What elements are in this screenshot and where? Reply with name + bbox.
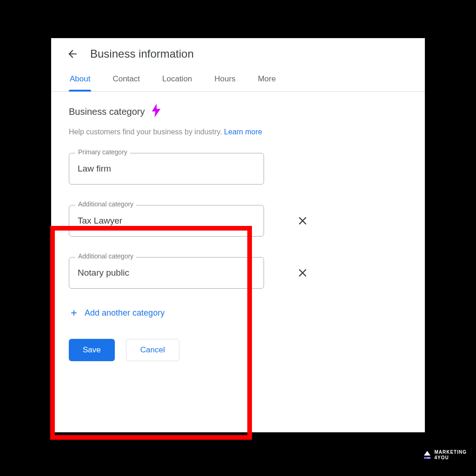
action-buttons: Save Cancel bbox=[69, 339, 407, 361]
tab-about[interactable]: About bbox=[69, 68, 91, 91]
additional-category-label-2: Additional category bbox=[75, 252, 136, 260]
additional-category-label-1: Additional category bbox=[75, 200, 136, 208]
tab-more[interactable]: More bbox=[257, 68, 277, 91]
watermark-line2: 4YOU bbox=[434, 455, 467, 461]
tab-hours[interactable]: Hours bbox=[213, 68, 236, 91]
additional-category-input-1[interactable] bbox=[69, 205, 264, 237]
business-info-panel: Business information About Contact Locat… bbox=[51, 38, 425, 432]
panel-header: Business information bbox=[51, 38, 425, 68]
tab-bar: About Contact Location Hours More bbox=[51, 68, 425, 92]
content-area: Business category Help customers find yo… bbox=[51, 92, 425, 361]
save-button[interactable]: Save bbox=[69, 339, 115, 361]
primary-category-label: Primary category bbox=[75, 148, 130, 156]
help-text-body: Help customers find your business by ind… bbox=[69, 128, 224, 136]
page-title: Business information bbox=[90, 47, 194, 60]
remove-category-icon-1[interactable] bbox=[296, 214, 310, 228]
watermark-logo-icon bbox=[424, 451, 430, 459]
additional-category-row-2: Additional category bbox=[69, 257, 407, 289]
primary-category-field: Primary category bbox=[69, 153, 264, 185]
tab-location[interactable]: Location bbox=[161, 68, 193, 91]
add-another-label: Add another category bbox=[85, 308, 165, 318]
primary-category-input[interactable] bbox=[69, 153, 264, 185]
cancel-button[interactable]: Cancel bbox=[126, 339, 179, 361]
back-arrow-icon[interactable] bbox=[66, 47, 79, 60]
help-text: Help customers find your business by ind… bbox=[69, 128, 407, 136]
tab-contact[interactable]: Contact bbox=[112, 68, 141, 91]
add-another-category-button[interactable]: + Add another category bbox=[69, 307, 407, 318]
learn-more-link[interactable]: Learn more bbox=[224, 128, 262, 136]
remove-category-icon-2[interactable] bbox=[296, 266, 310, 280]
additional-category-row-1: Additional category bbox=[69, 205, 407, 237]
section-header: Business category bbox=[69, 104, 407, 119]
lightning-bolt-icon bbox=[151, 104, 161, 119]
watermark-text: MARKETING 4YOU bbox=[434, 450, 467, 460]
primary-category-row: Primary category bbox=[69, 153, 407, 185]
watermark-line1: MARKETING bbox=[434, 450, 467, 455]
additional-category-input-2[interactable] bbox=[69, 257, 264, 289]
additional-category-field-2: Additional category bbox=[69, 257, 264, 289]
plus-icon: + bbox=[71, 307, 77, 318]
watermark: MARKETING 4YOU bbox=[424, 450, 467, 460]
additional-category-field-1: Additional category bbox=[69, 205, 264, 237]
section-title: Business category bbox=[69, 106, 145, 117]
